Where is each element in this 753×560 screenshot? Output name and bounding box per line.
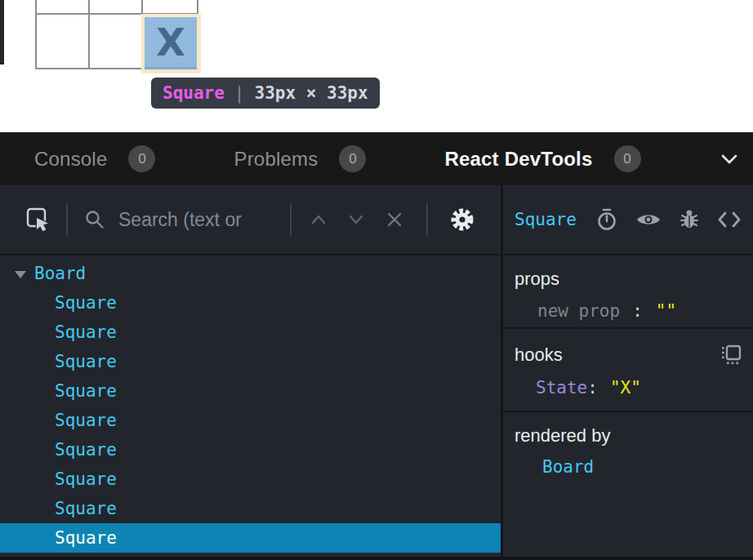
board-square-x[interactable]: X — [145, 17, 197, 69]
debug-bug-icon[interactable] — [679, 208, 700, 231]
parse-hook-names-icon[interactable] — [720, 344, 742, 366]
devtools-tabbar: Console 0 Problems 0 React DevTools 0 — [0, 132, 753, 185]
profiler-stopwatch-icon[interactable] — [595, 207, 618, 232]
component-details-panel: Square — [503, 185, 753, 560]
view-source-brackets-icon[interactable] — [717, 211, 742, 229]
rendered-by-section: rendered by Board — [503, 412, 753, 560]
tooltip-separator: | — [234, 83, 245, 103]
inspect-tooltip: Square | 33px × 33px — [151, 78, 380, 109]
tab-console[interactable]: Console 0 — [34, 145, 155, 172]
inspect-element-icon[interactable] — [25, 207, 51, 233]
tree-row-board[interactable]: Board — [0, 259, 501, 288]
grid-line — [35, 0, 37, 69]
react-devtools-count-badge: 0 — [614, 145, 641, 172]
hooks-title: hooks — [515, 344, 563, 366]
tree-row-square[interactable]: Square — [0, 347, 501, 376]
new-prop-row[interactable]: new prop : "" — [515, 301, 742, 321]
grid-line — [88, 0, 90, 69]
search-next-icon[interactable] — [347, 213, 365, 226]
tab-react-devtools[interactable]: React DevTools 0 — [444, 145, 640, 172]
tree-toolbar — [0, 185, 501, 256]
search-input[interactable] — [118, 209, 288, 231]
tab-problems[interactable]: Problems 0 — [234, 145, 366, 172]
components-tree-panel: Board Square Square Square Square Square… — [0, 185, 501, 560]
page-viewport: X Square | 33px × 33px — [0, 0, 753, 132]
component-tree: Board Square Square Square Square Square… — [0, 256, 501, 560]
window-bottom-edge — [0, 557, 753, 560]
search-clear-icon[interactable] — [385, 211, 403, 229]
state-hook-row[interactable]: State : "X" — [515, 378, 742, 398]
devtools-window: X Square | 33px × 33px Console 0 Problem… — [0, 0, 753, 560]
toolbar-divider — [66, 203, 68, 236]
props-section: props new prop : "" — [503, 256, 753, 329]
search-icon — [84, 209, 105, 230]
rendered-by-owner-link[interactable]: Board — [515, 457, 742, 477]
devtools-main: Board Square Square Square Square Square… — [0, 185, 753, 560]
selected-component-name: Square — [515, 210, 577, 229]
new-prop-value-input[interactable]: "" — [656, 301, 676, 321]
console-count-badge: 0 — [128, 145, 155, 172]
tree-row-square[interactable]: Square — [0, 318, 501, 347]
page-left-edge — [0, 0, 4, 64]
rendered-by-title: rendered by — [515, 425, 742, 447]
problems-count-badge: 0 — [339, 145, 366, 172]
tree-row-square[interactable]: Square — [0, 406, 501, 435]
tree-row-square-selected[interactable]: Square — [0, 523, 501, 553]
tooltip-dimensions: 33px × 33px — [255, 83, 368, 103]
toolbar-divider — [290, 203, 292, 236]
square-value: X — [156, 24, 185, 61]
settings-gear-icon[interactable] — [448, 206, 476, 233]
props-title: props — [515, 269, 742, 290]
inspect-dom-eye-icon[interactable] — [635, 210, 662, 229]
hook-name: State — [536, 378, 587, 398]
search-prev-icon[interactable] — [310, 213, 327, 226]
tree-row-square[interactable]: Square — [0, 494, 501, 523]
tooltip-component-name: Square — [163, 83, 225, 103]
tree-row-square[interactable]: Square — [0, 464, 501, 494]
tree-row-square[interactable]: Square — [0, 288, 501, 318]
details-toolbar: Square — [503, 185, 753, 256]
toolbar-divider — [426, 203, 428, 236]
tree-row-square[interactable]: Square — [0, 435, 501, 464]
hook-state-value[interactable]: "X" — [610, 378, 641, 398]
expander-triangle-icon[interactable] — [15, 271, 26, 278]
new-prop-name-input[interactable]: new prop — [537, 301, 620, 321]
chevron-down-icon[interactable] — [720, 153, 738, 165]
hooks-section: hooks State : — [503, 329, 753, 412]
tree-row-square[interactable]: Square — [0, 376, 501, 406]
